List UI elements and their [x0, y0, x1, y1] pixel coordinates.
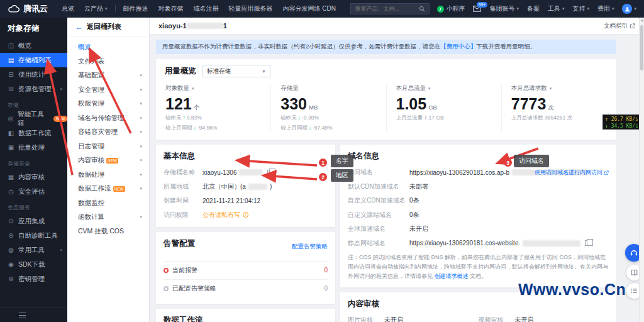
- group-account-menu[interactable]: 集团账号▾: [489, 4, 519, 13]
- doc-guide-link[interactable]: 文档指引: [604, 22, 635, 30]
- chevron-down-icon[interactable]: ▾: [192, 86, 194, 91]
- sidebar-item-key-management[interactable]: ⊛密钥管理: [0, 272, 67, 286]
- new-badge: New: [53, 116, 67, 122]
- submenu-item-basic-config[interactable]: 基础配置▾: [67, 69, 149, 83]
- sidebar-item-overview[interactable]: ◫概览: [0, 38, 67, 53]
- new-badge: NEW: [113, 186, 125, 192]
- nav-lighthouse[interactable]: 轻量应用服务器: [224, 0, 278, 18]
- cloud-icon: [8, 5, 20, 13]
- bucket-submenu: ←返回桶列表 概览 文件列表 基础配置▾ 安全管理▾ 权限管理▾ 域名与传输管理…: [67, 18, 150, 322]
- chevron-down-icon[interactable]: ▾: [428, 86, 431, 91]
- scroll-up-icon[interactable]: ▲: [640, 18, 644, 22]
- redacted-text: [187, 23, 223, 29]
- submenu-item-domain-transfer[interactable]: 域名与传输管理▾: [67, 111, 149, 126]
- sidebar-item-security-assess[interactable]: ◷安全评估: [0, 184, 67, 199]
- search-icon[interactable]: [419, 6, 425, 12]
- support-menu[interactable]: 支持▾: [572, 4, 589, 13]
- info-icon[interactable]: i: [243, 212, 248, 218]
- bucket-permission-link[interactable]: 公有读私有写: [203, 211, 240, 219]
- alarm-config-card: 告警配置 配置告警策略 当前报警 0 已配置告警策略 0: [156, 232, 335, 304]
- submenu-item-scf[interactable]: 函数计算▾: [67, 210, 149, 225]
- chevron-down-icon: ▾: [140, 87, 142, 92]
- sidebar-item-bucket-list[interactable]: ▤存储桶列表: [0, 53, 67, 67]
- annotation-number-3: 3: [504, 158, 512, 167]
- configure-alarm-link[interactable]: 配置告警策略: [292, 243, 328, 251]
- submenu-item-file-list[interactable]: 文件列表: [67, 55, 149, 69]
- miniprogram-entry[interactable]: 小程序: [437, 4, 465, 13]
- search-box[interactable]: [350, 3, 430, 14]
- intranet-access-link[interactable]: 使用访问域名进行内网访问: [535, 169, 609, 177]
- copy-icon[interactable]: [267, 170, 272, 175]
- chevron-down-icon: ▾: [516, 6, 519, 11]
- sidebar-item-resource-pack[interactable]: ⊞资源包管理▾: [0, 82, 67, 96]
- submenu-item-cvm-mount[interactable]: CVM 挂载 COS: [67, 225, 149, 239]
- workflow-title: 数据工作流: [164, 315, 328, 322]
- user-avatar-menu[interactable]: ▾: [622, 4, 636, 14]
- submenu-item-security-mgmt[interactable]: 安全管理▾: [67, 83, 149, 97]
- submenu-item-permission-mgmt[interactable]: 权限管理▾: [67, 97, 149, 111]
- chevron-down-icon: ▾: [140, 186, 142, 191]
- sidebar-item-sdk-download[interactable]: ◉SDK下载: [0, 257, 67, 272]
- sidebar-item-diagnose-tool[interactable]: ⊝自助诊断工具: [0, 228, 67, 243]
- topbar: 腾讯云 总览 云产品▾ 邮件推送 对象存储 域名注册 轻量应用服务器 内容分发网…: [0, 0, 644, 18]
- headset-icon: [630, 248, 638, 257]
- billing-menu[interactable]: 费用▾: [597, 4, 614, 13]
- current-alarm-count: 0: [324, 267, 328, 274]
- nav-overview[interactable]: 总览: [57, 0, 79, 18]
- nav-cos[interactable]: 对象存储: [153, 0, 189, 18]
- bucket-created-time: 2021-11-21 21:04:12: [203, 197, 260, 204]
- sidebar-item-batch[interactable]: ▣批量处理: [0, 140, 67, 155]
- submenu-item-content-audit[interactable]: 内容审核NEW▾: [67, 153, 149, 168]
- batch-icon: ▣: [8, 144, 14, 151]
- page-content: 用量概览数据不作为计费计量数据，非实时数据（约有2小时延迟）仅供参考，如需计费计…: [150, 35, 644, 322]
- sidebar-item-content-audit[interactable]: ▦内容审核: [0, 170, 67, 184]
- sidebar-item-app-integration[interactable]: ⊙应用集成: [0, 214, 67, 228]
- create-request-doc-link[interactable]: 创建请求概述: [435, 273, 469, 279]
- nav-mail-push[interactable]: 邮件推送: [118, 0, 153, 18]
- unread-badge: 99+: [477, 2, 488, 8]
- chevron-down-icon: ▾: [140, 158, 142, 163]
- tencent-cloud-logo[interactable]: 腾讯云: [8, 3, 48, 14]
- copy-icon[interactable]: [585, 240, 590, 246]
- back-to-bucket-list[interactable]: ←返回桶列表: [67, 18, 149, 36]
- sidebar-item-smart-toolbox[interactable]: ◎智能工具箱New: [0, 111, 67, 126]
- submenu-item-data-monitor[interactable]: 数据监控: [67, 196, 149, 211]
- usage-stats: 对象数量▾ 121个 较昨天↑0.83% 较上月同期↓-94.96% 存储量 3…: [156, 84, 616, 132]
- storage-class-select[interactable]: 标准存储▼: [203, 65, 270, 77]
- submenu-item-data-workflow[interactable]: 数据工作流NEW▾: [67, 182, 149, 196]
- chevron-down-icon: ▼: [262, 69, 266, 74]
- search-input[interactable]: [355, 6, 419, 12]
- current-alarm-row[interactable]: 当前报警 0: [164, 261, 328, 279]
- cdn-domain-status: 未部署: [409, 182, 428, 191]
- chevron-down-icon: ▾: [634, 6, 636, 11]
- submenu-item-overview[interactable]: 概览: [67, 40, 149, 55]
- submenu-item-data-processing[interactable]: 数据处理▾: [67, 168, 149, 182]
- annotation-label-region: 地区: [331, 169, 353, 182]
- sidebar-item-common-tools[interactable]: ◍常用工具▾: [0, 243, 67, 257]
- dns-note: 注：COS 的访问域名使用了智能 DNS 解析，如果您在腾讯云内部署了服务用于访…: [348, 253, 609, 281]
- nav-domain-reg[interactable]: 域名注册: [189, 0, 224, 18]
- sidebar-item-data-workflow[interactable]: ◧数据工作流: [0, 126, 67, 140]
- sidebar-collapse-bar[interactable]: [0, 308, 67, 322]
- nav-cdn[interactable]: 内容分发网络 CDN: [278, 0, 341, 18]
- beian-entry[interactable]: 备案: [527, 4, 540, 13]
- scrollbar-thumb[interactable]: [640, 25, 643, 70]
- configured-policy-row[interactable]: 已配置告警策略 0: [164, 279, 328, 297]
- nav-cloud-products[interactable]: 云产品▾: [79, 0, 113, 18]
- submenu-item-fault-tolerance[interactable]: 容错容灾管理▾: [67, 125, 149, 140]
- vertical-scrollbar[interactable]: ▲: [639, 18, 644, 322]
- messages-entry[interactable]: 99+: [473, 6, 481, 12]
- sidebar-item-usage-stats[interactable]: ⊟使用统计: [0, 67, 67, 82]
- collapse-sidebar-icon[interactable]: [19, 313, 26, 318]
- trend-down-icon: ↓: [194, 125, 196, 131]
- stat-object-count: 对象数量▾ 121个 较昨天↑0.83% 较上月同期↓-94.96%: [156, 84, 270, 132]
- chevron-down-icon[interactable]: ▾: [550, 86, 552, 91]
- tools-menu[interactable]: 工具▾: [548, 4, 565, 13]
- domain-info-card: 域名信息 访问域名 https://xiaoyu-1306290181.cos.…: [340, 145, 616, 287]
- basic-info-card: 基本信息 存储桶名称 xiaoyu-1306 所属地域 北京（中国）(a) 创建…: [156, 145, 335, 227]
- redacted-text: [248, 184, 267, 190]
- access-domain: https://xiaoyu-1306290181.cos.ap-b: [409, 169, 509, 176]
- video-audit-status: 未开启: [515, 316, 534, 322]
- submenu-item-log-mgmt[interactable]: 日志管理▾: [67, 140, 149, 154]
- billing-center-link[interactable]: 【费用中心】: [440, 43, 476, 50]
